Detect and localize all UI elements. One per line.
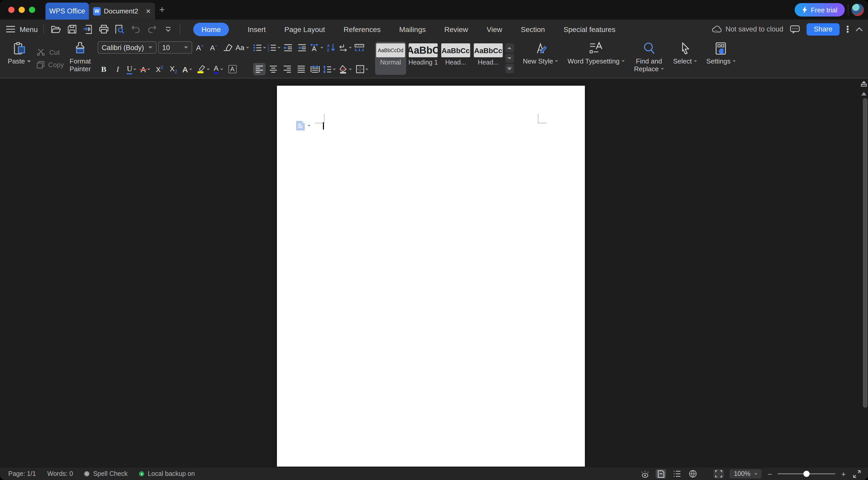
zoom-slider[interactable] xyxy=(778,473,835,474)
redo-button[interactable] xyxy=(146,23,158,35)
italic-button[interactable]: I xyxy=(112,63,124,75)
main-menu-button[interactable]: Menu xyxy=(6,25,38,33)
decrease-indent-button[interactable] xyxy=(282,41,294,54)
align-right-button[interactable] xyxy=(281,63,293,75)
subscript-button[interactable]: X2 xyxy=(167,63,180,75)
bold-button[interactable]: B xyxy=(98,63,110,75)
settings-button[interactable]: Settings xyxy=(702,40,740,76)
line-spacing-button[interactable] xyxy=(323,63,336,75)
scroll-up-arrow[interactable] xyxy=(861,92,866,96)
tab-stops-button[interactable] xyxy=(353,41,366,54)
font-size-select[interactable]: 10 xyxy=(158,41,192,54)
shrink-font-button[interactable]: A− xyxy=(208,41,220,54)
copy-button[interactable]: Copy xyxy=(37,61,64,68)
eye-protection-button[interactable] xyxy=(640,469,650,478)
style-heading2[interactable]: AaBbCc Head... xyxy=(440,42,471,75)
shading-button[interactable] xyxy=(337,63,353,75)
tab-references[interactable]: References xyxy=(344,25,380,33)
style-heading1[interactable]: AaBbC Heading 1 xyxy=(408,42,439,75)
distribute-button[interactable] xyxy=(309,63,321,75)
justify-button[interactable] xyxy=(295,63,307,75)
outline-view-button[interactable] xyxy=(672,469,682,478)
more-options-button[interactable]: ••• xyxy=(846,25,849,33)
select-button[interactable]: Select xyxy=(669,40,702,76)
user-avatar[interactable] xyxy=(851,4,864,16)
font-family-select[interactable]: Calibri (Body) xyxy=(98,41,157,54)
borders-button[interactable] xyxy=(354,63,370,75)
numbering-button[interactable]: 123 xyxy=(268,41,281,54)
word-count[interactable]: Words: 0 xyxy=(47,470,73,477)
paste-button[interactable]: Paste xyxy=(4,40,35,76)
tab-review[interactable]: Review xyxy=(444,25,468,33)
document-tab[interactable]: W Document2 ✕ xyxy=(89,3,155,20)
fullscreen-button[interactable] xyxy=(851,469,862,478)
tab-special-features[interactable]: Special features xyxy=(563,25,615,33)
tab-home[interactable]: Home xyxy=(193,23,229,36)
text-direction-button[interactable] xyxy=(310,41,323,54)
spell-check-status[interactable]: Spell Check xyxy=(85,470,128,477)
zoom-slider-thumb[interactable] xyxy=(803,471,810,477)
page-quick-settings[interactable] xyxy=(296,121,311,131)
tab-section[interactable]: Section xyxy=(521,25,545,33)
tab-insert[interactable]: Insert xyxy=(248,25,266,33)
close-window-button[interactable] xyxy=(8,7,14,13)
fit-page-button[interactable] xyxy=(714,469,724,478)
zoom-window-button[interactable] xyxy=(29,7,35,13)
tab-page-layout[interactable]: Page Layout xyxy=(284,25,325,33)
new-style-button[interactable]: New Style xyxy=(518,40,563,76)
close-document-icon[interactable]: ✕ xyxy=(146,7,151,15)
font-color-button[interactable]: A xyxy=(212,63,225,75)
strikethrough-button[interactable]: A xyxy=(140,63,152,75)
word-typesetting-button[interactable]: Word Typesetting xyxy=(563,40,629,76)
paragraph-mark-button[interactable] xyxy=(339,41,352,54)
minimize-window-button[interactable] xyxy=(19,7,25,13)
bullets-button[interactable] xyxy=(253,41,266,54)
underline-button[interactable]: U xyxy=(126,63,138,75)
align-center-button[interactable] xyxy=(267,63,280,75)
page-view-button[interactable] xyxy=(656,469,666,478)
format-painter-button[interactable]: Format Painter xyxy=(66,40,94,76)
free-trial-button[interactable]: Free trial xyxy=(795,3,845,16)
cut-button[interactable]: Cut xyxy=(37,48,64,56)
clear-formatting-button[interactable] xyxy=(222,41,234,54)
scrollbar-thumb[interactable] xyxy=(863,98,867,408)
vertical-scrollbar[interactable] xyxy=(860,78,868,468)
change-case-button[interactable]: Aa xyxy=(236,41,249,54)
styles-scroll-up-button[interactable] xyxy=(505,43,514,53)
style-heading3[interactable]: AaBbCc Head... xyxy=(473,42,504,75)
document-area[interactable] xyxy=(0,78,868,468)
styles-scroll-down-button[interactable] xyxy=(505,54,514,63)
zoom-in-button[interactable]: + xyxy=(841,470,846,478)
text-effects-button[interactable]: A xyxy=(181,63,194,75)
cloud-status[interactable]: Not saved to cloud xyxy=(712,25,783,33)
print-button[interactable] xyxy=(98,23,110,35)
grow-font-button[interactable]: A+ xyxy=(194,41,206,54)
customize-toolbar-button[interactable] xyxy=(162,23,174,35)
styles-more-button[interactable] xyxy=(505,64,514,73)
share-button[interactable]: Share xyxy=(807,23,840,35)
page-indicator[interactable]: Page: 1/1 xyxy=(8,470,36,477)
character-shading-button[interactable]: A xyxy=(226,63,239,75)
web-view-button[interactable] xyxy=(688,469,698,478)
highlight-color-button[interactable] xyxy=(195,63,211,75)
new-tab-button[interactable]: + xyxy=(159,4,165,15)
superscript-button[interactable]: X2 xyxy=(153,63,166,75)
style-normal[interactable]: AaBbCcDd Normal xyxy=(375,42,406,75)
print-preview-button[interactable] xyxy=(114,23,126,35)
local-backup-status[interactable]: Local backup on xyxy=(139,470,195,477)
open-file-button[interactable] xyxy=(50,23,62,35)
zoom-out-button[interactable]: − xyxy=(768,470,772,478)
ruler-toggle-icon[interactable] xyxy=(861,80,867,87)
zoom-level-select[interactable]: 100% xyxy=(730,469,762,478)
comments-icon[interactable] xyxy=(790,25,800,33)
align-left-button[interactable] xyxy=(253,63,266,75)
tab-view[interactable]: View xyxy=(487,25,502,33)
sort-button[interactable]: AZ xyxy=(325,41,337,54)
tab-mailings[interactable]: Mailings xyxy=(399,25,426,33)
collapse-ribbon-icon[interactable] xyxy=(856,27,863,31)
export-pdf-button[interactable] xyxy=(82,23,94,35)
undo-button[interactable] xyxy=(130,23,142,35)
find-replace-button[interactable]: Find and Replace xyxy=(629,40,668,76)
document-page[interactable] xyxy=(277,86,585,467)
save-button[interactable] xyxy=(66,23,78,35)
